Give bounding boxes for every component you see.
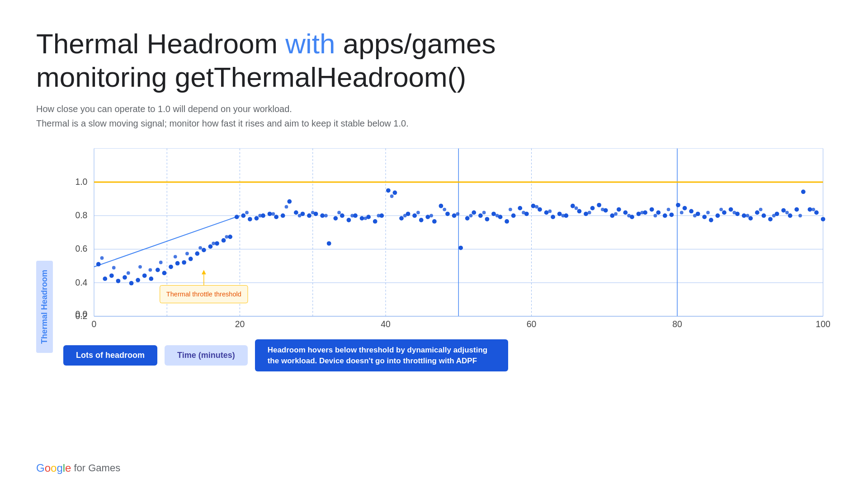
svg-point-177 — [575, 206, 578, 210]
svg-point-58 — [281, 213, 285, 218]
svg-point-139 — [814, 210, 819, 215]
svg-point-86 — [465, 216, 470, 221]
chart-area: Thermal Headroom — [36, 144, 832, 470]
svg-point-143 — [127, 271, 130, 275]
svg-point-166 — [429, 214, 433, 217]
svg-text:Thermal throttle threshold: Thermal throttle threshold — [166, 291, 241, 298]
svg-text:80: 80 — [672, 319, 682, 329]
svg-point-117 — [670, 212, 674, 217]
svg-text:60: 60 — [527, 319, 537, 329]
svg-point-131 — [762, 213, 766, 218]
svg-point-195 — [811, 207, 815, 211]
svg-point-83 — [445, 211, 450, 216]
svg-point-79 — [419, 218, 424, 222]
svg-point-120 — [689, 209, 693, 213]
svg-point-165 — [416, 211, 420, 214]
svg-point-189 — [732, 211, 736, 214]
svg-point-78 — [412, 213, 417, 218]
title-line2: monitoring getThermalHeadroom() — [36, 61, 466, 93]
title-text-1: Thermal Headroom — [36, 28, 285, 59]
svg-point-123 — [709, 218, 713, 222]
title-text-2: apps/games — [335, 28, 496, 59]
svg-point-41 — [169, 264, 173, 269]
svg-point-116 — [663, 213, 667, 218]
svg-point-181 — [627, 214, 631, 217]
svg-point-176 — [561, 214, 565, 217]
svg-point-84 — [452, 213, 457, 218]
svg-point-38 — [149, 277, 153, 281]
svg-point-34 — [123, 275, 127, 280]
svg-text:0.0: 0.0 — [75, 309, 87, 319]
svg-point-36 — [136, 278, 140, 282]
svg-text:20: 20 — [235, 319, 245, 329]
svg-point-42 — [175, 261, 180, 266]
svg-point-53 — [248, 217, 252, 221]
svg-point-67 — [340, 213, 344, 218]
bottom-labels: Lots of headroom Time (minutes) Headroom… — [63, 339, 832, 372]
svg-point-157 — [311, 211, 315, 214]
headroom-hovers-label: Headroom hovers below threshold by dynam… — [255, 339, 508, 372]
svg-point-154 — [271, 212, 275, 216]
svg-point-76 — [399, 216, 404, 221]
svg-point-142 — [112, 266, 116, 269]
svg-point-156 — [298, 214, 302, 217]
svg-point-108 — [610, 213, 614, 218]
svg-point-129 — [748, 216, 753, 221]
svg-point-64 — [320, 213, 325, 218]
svg-point-92 — [505, 219, 509, 224]
svg-point-52 — [241, 213, 245, 218]
svg-point-80 — [425, 215, 430, 219]
subtitle-line2: Thermal is a slow moving signal; monitor… — [36, 116, 832, 131]
svg-point-90 — [491, 211, 496, 216]
svg-text:0.8: 0.8 — [75, 210, 87, 220]
svg-point-31 — [103, 277, 107, 281]
svg-point-37 — [142, 273, 147, 278]
svg-point-110 — [623, 210, 628, 215]
svg-text:1.0: 1.0 — [75, 177, 87, 187]
svg-point-93 — [511, 213, 516, 218]
svg-point-103 — [577, 209, 582, 213]
svg-point-48 — [215, 241, 219, 246]
svg-point-136 — [794, 207, 799, 211]
svg-point-169 — [469, 214, 473, 217]
svg-point-161 — [363, 216, 367, 220]
svg-point-30 — [96, 262, 101, 267]
svg-point-141 — [100, 256, 104, 260]
svg-point-44 — [189, 257, 193, 261]
svg-point-140 — [821, 217, 826, 221]
svg-point-106 — [597, 203, 601, 207]
svg-point-167 — [443, 207, 446, 211]
subtitle-line1: How close you can operate to 1.0 will de… — [36, 102, 832, 116]
svg-point-125 — [722, 210, 726, 215]
svg-point-162 — [377, 214, 381, 217]
svg-point-160 — [350, 214, 354, 217]
svg-point-174 — [535, 205, 538, 209]
svg-point-178 — [588, 211, 591, 214]
svg-point-39 — [156, 267, 160, 272]
svg-point-145 — [148, 268, 152, 272]
svg-point-193 — [785, 211, 789, 214]
svg-point-112 — [637, 211, 641, 216]
svg-point-66 — [333, 216, 338, 221]
svg-point-88 — [478, 213, 483, 218]
svg-point-135 — [788, 213, 793, 218]
svg-point-149 — [198, 246, 202, 249]
main-container: Thermal Headroom with apps/games monitor… — [0, 0, 868, 488]
svg-point-138 — [808, 207, 812, 211]
svg-point-159 — [337, 211, 341, 214]
svg-point-179 — [601, 207, 604, 211]
svg-point-47 — [208, 244, 213, 249]
svg-point-168 — [456, 212, 459, 216]
svg-text:0.6: 0.6 — [75, 244, 87, 253]
g-letter-G: G — [36, 462, 45, 474]
svg-point-54 — [255, 216, 259, 221]
svg-point-56 — [268, 211, 272, 216]
svg-point-60 — [294, 210, 298, 215]
svg-point-109 — [617, 207, 621, 211]
svg-point-46 — [202, 248, 206, 252]
svg-point-49 — [222, 238, 226, 243]
svg-point-158 — [324, 214, 328, 217]
svg-point-180 — [614, 212, 618, 216]
svg-point-104 — [584, 211, 588, 216]
svg-point-85 — [458, 245, 463, 250]
